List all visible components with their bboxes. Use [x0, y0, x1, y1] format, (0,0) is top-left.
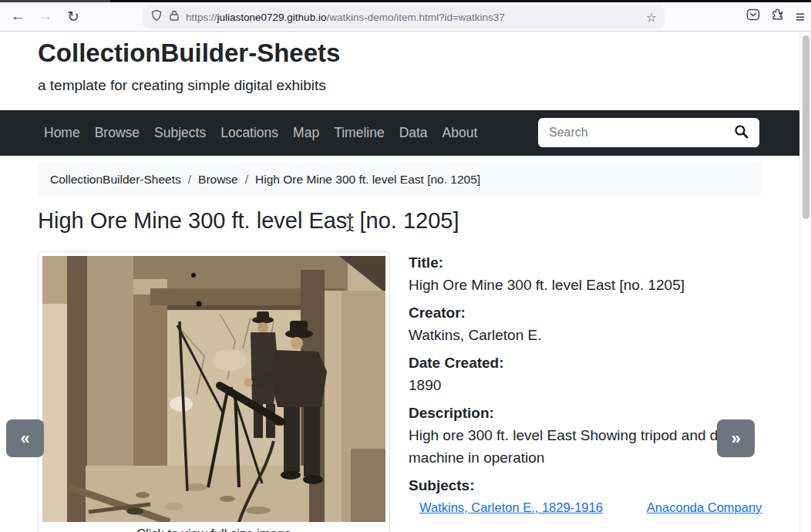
field-label: Title: — [409, 251, 763, 274]
nav-item-home[interactable]: Home — [44, 125, 80, 141]
back-button[interactable]: ← — [5, 4, 30, 29]
lock-icon[interactable] — [169, 9, 180, 25]
item-page-title: High Ore Mine 300 ft. level East [no. 12… — [38, 208, 459, 234]
nav-item-map[interactable]: Map — [293, 125, 319, 141]
forward-button[interactable]: → — [33, 4, 58, 29]
field-label: Description: — [409, 402, 763, 424]
subject-link-watkins[interactable]: Watkins, Carleton E., 1829-1916 — [419, 500, 603, 515]
url-path: /watkins-demo/item.html?id=watkins37 — [326, 12, 504, 23]
url-host: juliastone0729.github.io — [217, 12, 327, 23]
nav-item-locations[interactable]: Locations — [220, 125, 278, 141]
metadata-field-description: Description: High ore 300 ft. level East… — [409, 402, 763, 469]
main-navbar: Home Browse Subjects Locations Map Timel… — [0, 110, 799, 156]
url-text: https://juliastone0729.github.io/watkins… — [186, 12, 640, 23]
item-photo[interactable] — [42, 256, 385, 522]
extensions-puzzle-icon[interactable] — [771, 8, 785, 25]
menu-hamburger-icon[interactable]: ≡ — [796, 8, 805, 25]
nav-links: Home Browse Subjects Locations Map Timel… — [44, 110, 477, 156]
site-tagline: a template for creating simple digital e… — [38, 77, 326, 94]
field-label: Creator: — [409, 301, 763, 324]
previous-item-button[interactable]: « — [6, 419, 44, 457]
url-scheme: https:// — [186, 12, 217, 23]
nav-item-data[interactable]: Data — [399, 125, 428, 141]
metadata-field-subjects: Subjects: Watkins, Carleton E., 1829-191… — [409, 474, 763, 515]
pocket-save-icon[interactable] — [746, 8, 760, 25]
browser-window: ← → ↻ https://juliastone0729.github.io/w… — [0, 0, 811, 532]
page-scrollbar[interactable] — [799, 32, 811, 532]
breadcrumb-home-link[interactable]: CollectionBuilder-Sheets — [50, 173, 181, 187]
field-value: Watkins, Carleton E. — [409, 324, 763, 346]
breadcrumb-separator: / — [188, 173, 191, 187]
url-bar[interactable]: https://juliastone0729.github.io/watkins… — [143, 5, 665, 29]
field-label: Subjects: — [409, 474, 763, 497]
subject-link-anaconda[interactable]: Anaconda Company — [647, 500, 762, 515]
item-image-card[interactable]: Click to view full size image — [38, 251, 390, 532]
search-button[interactable] — [723, 118, 759, 147]
next-item-button[interactable]: » — [717, 419, 755, 457]
scrollbar-thumb[interactable] — [803, 35, 809, 219]
field-label: Date Created: — [409, 352, 763, 374]
shield-icon[interactable] — [150, 9, 163, 25]
field-value: 1890 — [409, 374, 763, 396]
nav-item-subjects[interactable]: Subjects — [154, 125, 206, 141]
item-metadata: Title: High Ore Mine 300 ft. level East … — [409, 251, 763, 515]
metadata-field-title: Title: High Ore Mine 300 ft. level East … — [409, 251, 763, 296]
metadata-field-creator: Creator: Watkins, Carleton E. — [409, 301, 763, 346]
nav-item-about[interactable]: About — [443, 125, 478, 141]
search-form — [538, 118, 759, 147]
search-input[interactable] — [538, 118, 723, 147]
reload-button[interactable]: ↻ — [61, 4, 86, 29]
site-title: CollectionBuilder-Sheets — [38, 39, 340, 68]
toolbar-right-cluster: ≡ — [746, 4, 805, 29]
browser-toolbar: ← → ↻ https://juliastone0729.github.io/w… — [0, 2, 811, 32]
breadcrumb-current: High Ore Mine 300 ft. level East [no. 12… — [255, 173, 480, 187]
breadcrumb-browse-link[interactable]: Browse — [198, 173, 238, 187]
metadata-field-date-created: Date Created: 1890 — [409, 352, 763, 396]
field-value: High Ore Mine 300 ft. level East [no. 12… — [409, 274, 763, 296]
nav-item-browse[interactable]: Browse — [95, 125, 140, 141]
subject-links: Watkins, Carleton E., 1829-1916 Anaconda… — [409, 500, 763, 515]
breadcrumb: CollectionBuilder-Sheets / Browse / High… — [38, 163, 762, 197]
page-content: CollectionBuilder-Sheets a template for … — [0, 32, 799, 532]
breadcrumb-separator: / — [245, 173, 248, 187]
text-cursor-overlay — [345, 215, 355, 236]
field-value: High ore 300 ft. level East Showing trip… — [409, 424, 763, 469]
search-icon — [734, 124, 749, 141]
bookmark-star-icon[interactable]: ☆ — [646, 10, 657, 25]
nav-item-timeline[interactable]: Timeline — [334, 125, 384, 141]
image-caption: Click to view full size image — [42, 527, 385, 532]
